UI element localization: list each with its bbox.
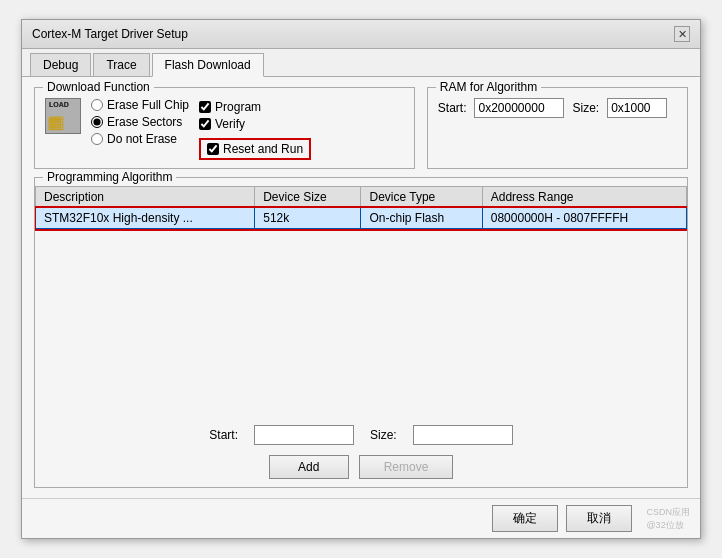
do-not-erase-label: Do not Erase	[107, 132, 177, 146]
algo-size-input[interactable]	[413, 425, 513, 445]
tab-debug[interactable]: Debug	[30, 53, 91, 76]
size-label: Size:	[572, 101, 599, 115]
add-button[interactable]: Add	[269, 455, 349, 479]
table-row[interactable]: STM32F10x High-density ... 512k On-chip …	[36, 208, 687, 229]
erase-full-chip-label: Erase Full Chip	[107, 98, 189, 112]
close-button[interactable]: ✕	[674, 26, 690, 42]
erase-full-chip-input[interactable]	[91, 99, 103, 111]
main-dialog: Cortex-M Target Driver Setup ✕ Debug Tra…	[21, 19, 701, 539]
ram-algorithm-title: RAM for Algorithm	[436, 80, 541, 94]
col-device-type: Device Type	[361, 187, 482, 208]
ram-start-input[interactable]	[474, 98, 564, 118]
algo-size-label: Size:	[370, 428, 397, 442]
algo-buttons: Add Remove	[35, 451, 687, 487]
reset-run-box: Reset and Run	[199, 138, 311, 160]
download-function-content: LOAD ▦ Erase Full Chip Erase Sectors	[45, 98, 404, 160]
do-not-erase-input[interactable]	[91, 133, 103, 145]
algo-start-input[interactable]	[254, 425, 354, 445]
cell-address-range: 08000000H - 0807FFFFH	[482, 208, 686, 229]
download-function-title: Download Function	[43, 80, 154, 94]
verify-checkbox-input[interactable]	[199, 118, 211, 130]
algo-table-container: Description Device Size Device Type Addr…	[35, 186, 687, 419]
footer: 确定 取消 CSDN应用 @32位放	[22, 498, 700, 538]
tab-flash-download[interactable]: Flash Download	[152, 53, 264, 77]
cell-device-type: On-chip Flash	[361, 208, 482, 229]
col-address-range: Address Range	[482, 187, 686, 208]
ram-algorithm-group: RAM for Algorithm Start: Size:	[427, 87, 688, 169]
erase-sectors-radio[interactable]: Erase Sectors	[91, 115, 189, 129]
algo-table: Description Device Size Device Type Addr…	[35, 186, 687, 229]
load-icon: LOAD ▦	[45, 98, 81, 134]
cell-description: STM32F10x High-density ...	[36, 208, 255, 229]
erase-sectors-input[interactable]	[91, 116, 103, 128]
remove-button[interactable]: Remove	[359, 455, 454, 479]
erase-full-chip-radio[interactable]: Erase Full Chip	[91, 98, 189, 112]
content-area: Download Function LOAD ▦ Erase Full Chip	[22, 77, 700, 498]
title-bar: Cortex-M Target Driver Setup ✕	[22, 20, 700, 49]
program-checkbox[interactable]: Program	[199, 100, 311, 114]
ram-content: Start: Size:	[438, 98, 677, 118]
program-label: Program	[215, 100, 261, 114]
table-header-row: Description Device Size Device Type Addr…	[36, 187, 687, 208]
programming-algorithm-group: Programming Algorithm Description Device…	[34, 177, 688, 488]
confirm-button[interactable]: 确定	[492, 505, 558, 532]
do-not-erase-radio[interactable]: Do not Erase	[91, 132, 189, 146]
col-device-size: Device Size	[255, 187, 361, 208]
erase-sectors-label: Erase Sectors	[107, 115, 182, 129]
reset-run-input[interactable]	[207, 143, 219, 155]
options-checkbox-group: Program Verify Reset and Run	[199, 100, 311, 160]
erase-radio-group: Erase Full Chip Erase Sectors Do not Era…	[91, 98, 189, 146]
col-description: Description	[36, 187, 255, 208]
program-checkbox-input[interactable]	[199, 101, 211, 113]
verify-label: Verify	[215, 117, 245, 131]
ram-size-input[interactable]	[607, 98, 667, 118]
top-panels: Download Function LOAD ▦ Erase Full Chip	[34, 87, 688, 169]
download-function-group: Download Function LOAD ▦ Erase Full Chip	[34, 87, 415, 169]
start-label: Start:	[438, 101, 467, 115]
verify-checkbox[interactable]: Verify	[199, 117, 311, 131]
tab-bar: Debug Trace Flash Download	[22, 49, 700, 77]
programming-algo-title: Programming Algorithm	[43, 170, 176, 184]
reset-run-checkbox[interactable]: Reset and Run	[207, 142, 303, 156]
cell-device-size: 512k	[255, 208, 361, 229]
tab-trace[interactable]: Trace	[93, 53, 149, 76]
reset-run-label: Reset and Run	[223, 142, 303, 156]
algo-bottom-fields: Start: Size:	[35, 419, 687, 451]
algo-start-label: Start:	[209, 428, 238, 442]
watermark: CSDN应用 @32位放	[646, 506, 690, 532]
dialog-title: Cortex-M Target Driver Setup	[32, 27, 188, 41]
cancel-button[interactable]: 取消	[566, 505, 632, 532]
